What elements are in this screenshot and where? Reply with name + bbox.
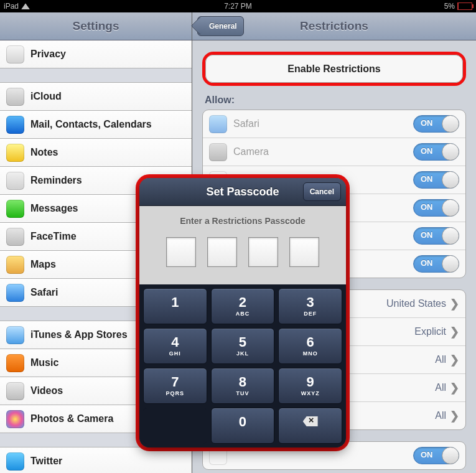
chevron-right-icon: ❯ [450,381,459,395]
passcode-prompt: Enter a Restrictions Passcode [139,216,346,226]
keypad-key-8[interactable]: 8TUV [211,368,275,404]
ic-videos-icon [6,382,24,400]
status-bar: iPad 7:27 PM 5% [0,0,476,12]
toggle-switch[interactable]: ON [413,171,459,189]
detail-title: Restrictions [300,19,368,33]
passcode-digit-1 [166,237,196,267]
passcode-digit-2 [207,237,237,267]
sidebar-item-label: iTunes & App Stores [30,329,128,340]
value-row-value: All [435,382,446,393]
ic-maps-icon [6,256,24,274]
clock: 7:27 PM [224,2,252,11]
sidebar-item-label: Reminders [30,175,82,186]
toggle-switch[interactable]: ON [413,255,459,273]
highlight-passcode-modal: Set Passcode Cancel Enter a Restrictions… [136,174,350,451]
wifi-icon [21,3,30,9]
ic-safari-icon [209,115,227,133]
toggle-switch[interactable]: ON [413,447,459,464]
passcode-digits [139,237,346,267]
ic-twitter-icon [6,452,24,471]
sidebar-item-label: Privacy [30,49,66,60]
value-row-value: All [435,354,446,365]
battery-percent: 5% [444,2,455,11]
sidebar-item-label: Photos & Camera [30,413,113,424]
passcode-digit-3 [248,237,278,267]
modal-title: Set Passcode [206,185,279,199]
keypad-key-9[interactable]: 9WXYZ [278,368,342,404]
chevron-right-icon: ❯ [450,409,459,423]
sidebar-item[interactable]: iCloud [0,83,192,111]
sidebar-item-label: Notes [30,147,58,158]
sidebar-navbar: Settings [0,12,192,40]
allow-section-label: Allow: [205,95,464,106]
sidebar-gap [0,68,192,83]
sidebar-item[interactable]: Twitter [0,447,192,473]
ic-ft-icon [6,228,24,246]
value-row-value: All [435,410,446,421]
ic-music-icon [6,354,24,372]
ic-mail-icon [6,116,24,134]
ic-photos-icon [6,410,24,428]
value-row-value: United States [386,298,446,309]
toggle-switch[interactable]: ON [413,115,459,133]
keypad-key-3[interactable]: 3DEF [278,288,342,324]
sidebar-item-label: Twitter [30,456,62,467]
allow-row[interactable]: CameraON [203,138,465,166]
cancel-button[interactable]: Cancel [303,182,341,201]
ic-hand-icon [6,45,24,63]
battery-icon [457,2,472,10]
sidebar-item[interactable]: Notes [0,139,192,167]
chevron-right-icon: ❯ [450,353,459,367]
sidebar-item[interactable]: Privacy [0,40,192,68]
sidebar-item[interactable]: Mail, Contacts, Calendars [0,111,192,139]
modal-header: Set Passcode Cancel [139,178,346,206]
detail-navbar: General Restrictions [192,12,476,40]
keypad-key-6[interactable]: 6MNO [278,328,342,364]
ic-msg-icon [6,200,24,218]
modal-body: Enter a Restrictions Passcode [139,206,346,284]
sidebar-title: Settings [73,19,119,33]
ic-itunes-icon [6,326,24,344]
highlight-enable-restrictions: Enable Restrictions [202,52,466,86]
toggle-switch[interactable]: ON [413,227,459,245]
keypad-backspace[interactable] [278,408,342,444]
keypad-key-1[interactable]: 1 [143,288,207,324]
keypad-key-5[interactable]: 5JKL [211,328,275,364]
sidebar-item-label: Mail, Contacts, Calendars [30,119,152,130]
set-passcode-modal: Set Passcode Cancel Enter a Restrictions… [139,178,346,447]
allow-row-label: Safari [233,118,259,129]
sidebar-item-label: Maps [30,259,56,270]
ic-rem-icon [6,172,24,190]
allow-row-label: Camera [233,146,269,157]
allow-row[interactable]: SafariON [203,110,465,138]
ic-cloud-icon [6,88,24,106]
enable-restrictions-button[interactable]: Enable Restrictions [205,55,463,83]
sidebar-item-label: Messages [30,203,78,214]
keypad-blank [143,408,207,444]
ic-safari-icon [6,284,24,302]
toggle-switch[interactable]: ON [413,199,459,217]
chevron-right-icon: ❯ [450,325,459,339]
sidebar-item-label: Music [30,357,58,368]
keypad-key-4[interactable]: 4GHI [143,328,207,364]
value-row-value: Explicit [414,326,446,337]
keypad-key-0[interactable]: 0 [211,408,275,444]
backspace-icon [303,416,318,426]
keypad-key-2[interactable]: 2ABC [211,288,275,324]
chevron-right-icon: ❯ [450,297,459,311]
sidebar-item-label: Safari [30,287,58,298]
passcode-digit-4 [289,237,319,267]
numeric-keypad: 12ABC3DEF4GHI5JKL6MNO7PQRS8TUV9WXYZ0 [139,284,346,447]
toggle-switch[interactable]: ON [413,143,459,161]
sidebar-item-label: iCloud [30,91,62,102]
sidebar-item-label: FaceTime [30,231,77,242]
sidebar-item-label: Videos [30,385,63,396]
ic-camera-icon [209,143,227,161]
back-general-button[interactable]: General [197,16,244,36]
device-name: iPad [4,2,19,11]
keypad-key-7[interactable]: 7PQRS [143,368,207,404]
ic-notes-icon [6,144,24,162]
